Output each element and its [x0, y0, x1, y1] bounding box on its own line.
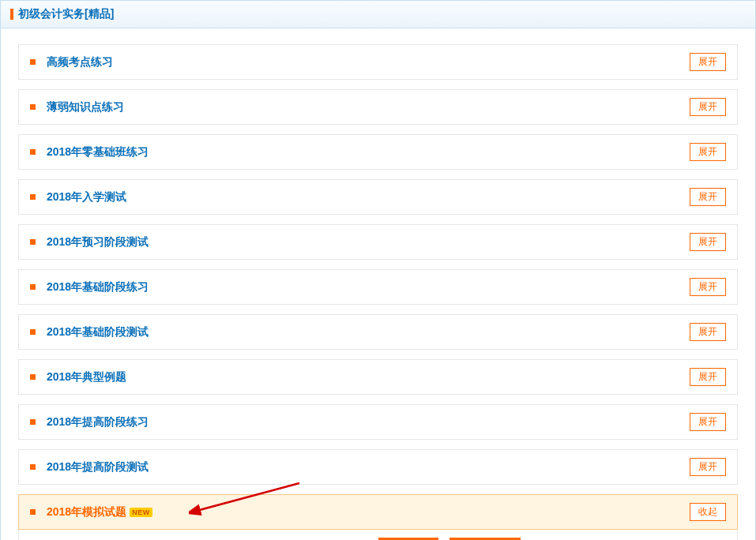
row-title: 2018年基础阶段测试 — [47, 325, 149, 339]
row-left: 2018年模拟试题 NEW — [30, 505, 152, 519]
annotation-arrow-icon — [189, 479, 307, 527]
header-accent-bar — [10, 9, 13, 20]
row-title: 2018年入学测试 — [47, 190, 126, 204]
practice-row[interactable]: 高频考点练习 展开 — [18, 44, 738, 80]
bullet-icon — [30, 329, 36, 335]
expand-button[interactable]: 展开 — [690, 278, 726, 296]
practice-row[interactable]: 2018年零基础班练习 展开 — [18, 134, 738, 170]
expand-button[interactable]: 展开 — [690, 143, 726, 161]
expanded-practice-row[interactable]: 2018年模拟试题 NEW 收起 — [18, 494, 738, 530]
practice-row[interactable]: 2018年预习阶段测试 展开 — [18, 224, 738, 260]
row-left: 薄弱知识点练习 — [30, 100, 124, 114]
new-badge: NEW — [130, 508, 152, 517]
row-title: 2018年典型例题 — [47, 370, 126, 384]
section-header: 初级会计实务[精品] — [1, 1, 755, 28]
practice-row[interactable]: 2018年基础阶段练习 展开 — [18, 269, 738, 305]
svg-line-1 — [197, 483, 299, 511]
practice-row[interactable]: 2018年提高阶段测试 展开 — [18, 449, 738, 485]
expanded-row-title: 2018年模拟试题 — [47, 505, 126, 519]
bullet-icon — [30, 104, 36, 110]
practice-row[interactable]: 薄弱知识点练习 展开 — [18, 89, 738, 125]
practice-row[interactable]: 2018年提高阶段练习 展开 — [18, 404, 738, 440]
bullet-icon — [30, 239, 36, 245]
expand-button[interactable]: 展开 — [690, 323, 726, 341]
practice-row[interactable]: 2018年典型例题 展开 — [18, 359, 738, 395]
practice-row[interactable]: 2018年基础阶段测试 展开 — [18, 314, 738, 350]
row-left: 2018年预习阶段测试 — [30, 235, 149, 249]
row-left: 2018年零基础班练习 — [30, 145, 149, 159]
expand-button[interactable]: 展开 — [690, 98, 726, 116]
content-area: 高频考点练习 展开 薄弱知识点练习 展开 2018年零基础班练习 展开 2018… — [1, 28, 755, 540]
row-left: 高频考点练习 — [30, 55, 113, 69]
row-title: 2018年零基础班练习 — [47, 145, 149, 159]
expand-button[interactable]: 展开 — [690, 458, 726, 476]
row-title: 薄弱知识点练习 — [47, 100, 124, 114]
bullet-icon — [30, 284, 36, 290]
bullet-icon — [30, 419, 36, 425]
row-title: 高频考点练习 — [47, 55, 113, 69]
expand-button[interactable]: 展开 — [690, 53, 726, 71]
collapse-button[interactable]: 收起 — [690, 503, 726, 521]
bullet-icon — [30, 149, 36, 155]
row-title: 2018年提高阶段测试 — [47, 460, 149, 474]
row-left: 2018年提高阶段测试 — [30, 460, 149, 474]
expand-button[interactable]: 展开 — [690, 413, 726, 431]
bullet-icon — [30, 374, 36, 380]
header-title: 初级会计实务[精品] — [18, 7, 114, 21]
row-left: 2018年典型例题 — [30, 370, 126, 384]
row-title: 2018年基础阶段练习 — [47, 280, 149, 294]
row-left: 2018年基础阶段测试 — [30, 325, 149, 339]
expand-button[interactable]: 展开 — [690, 368, 726, 386]
row-left: 2018年入学测试 — [30, 190, 126, 204]
row-title: 2018年预习阶段测试 — [47, 235, 149, 249]
bullet-icon — [30, 59, 36, 65]
bullet-icon — [30, 194, 36, 200]
bullet-icon — [30, 509, 36, 515]
bullet-icon — [30, 464, 36, 470]
expand-button[interactable]: 展开 — [690, 233, 726, 251]
expand-button[interactable]: 展开 — [690, 188, 726, 206]
row-title: 2018年提高阶段练习 — [47, 415, 149, 429]
practice-row[interactable]: 2018年入学测试 展开 — [18, 179, 738, 215]
sub-item-row: 模拟试题（一） 开始答题 下载word版 — [18, 530, 738, 540]
row-left: 2018年提高阶段练习 — [30, 415, 149, 429]
row-left: 2018年基础阶段练习 — [30, 280, 149, 294]
